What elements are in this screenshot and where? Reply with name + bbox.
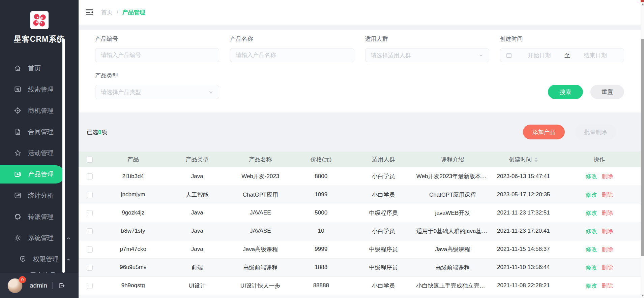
column-header: 产品类型	[165, 152, 229, 167]
delete-link[interactable]: 删除	[602, 173, 613, 179]
cell-price: 88888	[292, 295, 351, 298]
sidebar-item-label: 活动管理	[28, 149, 54, 158]
delete-link[interactable]: 删除	[602, 192, 613, 198]
row-checkbox[interactable]	[87, 192, 93, 198]
reset-button[interactable]: 重置	[590, 85, 624, 99]
contract-icon	[13, 128, 22, 136]
cell-price: 1888	[292, 258, 351, 276]
product-name-input[interactable]	[236, 52, 348, 59]
edit-link[interactable]: 修改	[585, 228, 597, 234]
column-header: 课程介绍	[416, 152, 489, 167]
delete-link[interactable]: 删除	[602, 210, 613, 216]
cell-product-name: ChatGPT应用	[229, 186, 292, 204]
cell-intro: 高级前端课程	[416, 258, 489, 276]
cell-actions: 修改删除	[558, 258, 641, 276]
cell-actions: 修改删除	[558, 295, 641, 298]
sort-icon[interactable]	[534, 157, 538, 162]
column-header: 价格(元)	[292, 152, 351, 167]
scroll-up-arrow[interactable]	[641, 3, 644, 5]
sidebar-fold-icon[interactable]	[84, 7, 94, 18]
cell-product-id: p7m47cko	[101, 240, 165, 258]
cell-audience: 中级程序员	[351, 295, 416, 298]
sidebar-item-label: 产品管理	[28, 170, 54, 179]
edit-link[interactable]: 修改	[585, 210, 597, 216]
sidebar-item-home[interactable]: 首页	[0, 58, 79, 79]
sidebar-item-label: 系统管理	[28, 234, 54, 242]
column-header: 产品名称	[229, 152, 292, 167]
edit-link[interactable]: 修改	[585, 192, 597, 198]
sidebar-item-label: 转派管理	[28, 212, 54, 221]
avatar: 0	[7, 278, 23, 293]
row-checkbox[interactable]	[87, 173, 93, 179]
cell-created-time: 2021-11-23 17:20:41	[489, 222, 558, 240]
cell-product-type: Java	[165, 240, 229, 258]
row-checkbox-cell	[79, 258, 101, 276]
delete-link[interactable]: 删除	[602, 283, 613, 289]
cell-product-name: JAVASE	[229, 222, 292, 240]
product-type-select[interactable]: 请选择产品类型	[95, 85, 219, 99]
audience-select[interactable]: 请选择适用人群	[365, 48, 489, 62]
add-product-button[interactable]: 添加产品	[523, 125, 565, 139]
edit-link[interactable]: 修改	[585, 264, 597, 271]
sidebar-item-activities[interactable]: 活动管理	[0, 142, 79, 164]
filter-label: 适用人群	[365, 35, 489, 43]
page-scrollbar[interactable]	[641, 0, 644, 298]
chevron-up-icon[interactable]	[66, 235, 71, 241]
delete-link[interactable]: 删除	[602, 228, 613, 234]
sidebar-item-statistics[interactable]: 统计分析	[0, 185, 79, 206]
row-checkbox[interactable]	[87, 283, 93, 289]
cell-created-time: 2021-11-23 17:32:51	[489, 204, 558, 222]
sidebar-menu: 首页线索管理商机管理合同管理活动管理产品管理统计分析转派管理系统管理权限管理用户…	[0, 58, 79, 291]
created-range-datepicker[interactable]: 开始日期至结束日期	[500, 48, 624, 62]
sidebar-item-products[interactable]: 产品管理	[0, 165, 65, 184]
row-checkbox[interactable]	[87, 265, 93, 271]
sidebar-item-transfer[interactable]: 转派管理	[0, 206, 79, 227]
delete-link[interactable]: 删除	[602, 264, 613, 271]
username: admin	[30, 282, 47, 289]
sidebar-item-label: 首页	[28, 64, 41, 73]
product-id-input[interactable]	[101, 52, 213, 59]
cell-product-id: b8w71sfy	[101, 222, 165, 240]
clue-icon	[13, 86, 22, 94]
select-all-checkbox[interactable]	[87, 157, 93, 163]
edit-link[interactable]: 修改	[585, 246, 597, 253]
breadcrumb-home[interactable]: 首页	[101, 8, 113, 16]
permission-icon	[19, 255, 27, 263]
sidebar-item-system[interactable]: 系统管理	[0, 227, 79, 249]
delete-link[interactable]: 删除	[602, 246, 613, 253]
column-header[interactable]: 创建时间	[489, 152, 558, 167]
top-bar: 首页 / 产品管理	[79, 0, 641, 25]
date-end-placeholder: 结束日期	[572, 52, 618, 59]
cell-product-type: Java	[165, 204, 229, 222]
cell-intro: ChatGPT应用课程	[416, 186, 489, 204]
filter-field-product-name: 产品名称	[230, 35, 354, 62]
cell-intro: 高级测试课程	[416, 295, 489, 298]
sidebar-item-contracts[interactable]: 合同管理	[0, 121, 79, 142]
cell-actions: 修改删除	[558, 240, 641, 258]
sidebar-item-opportunities[interactable]: 商机管理	[0, 100, 79, 121]
scroll-down-arrow[interactable]	[641, 295, 644, 297]
bulk-delete-button[interactable]: 批量删除	[575, 125, 616, 139]
filter-panel: 产品编号产品名称适用人群请选择适用人群创建时间开始日期至结束日期产品类型请选择产…	[79, 30, 641, 112]
cell-intro: Web开发2023年最新版本淘...	[416, 167, 489, 186]
edit-link[interactable]: 修改	[585, 173, 597, 179]
logout-icon[interactable]	[58, 282, 66, 290]
sidebar-item-label: 线索管理	[28, 85, 54, 94]
scrollbar-thumb[interactable]	[641, 39, 644, 256]
sidebar-scrollbar[interactable]	[62, 39, 65, 273]
row-checkbox[interactable]	[87, 246, 93, 253]
sidebar-item-clues[interactable]: 线索管理	[0, 79, 79, 100]
chevron-up-icon[interactable]	[66, 257, 71, 262]
filter-label: 产品名称	[230, 35, 354, 43]
sidebar-item-permissions[interactable]: 权限管理	[0, 249, 79, 270]
edit-link[interactable]: 修改	[585, 283, 597, 289]
table-row: 9gozk4jzJavaJAVAEE5000中级程序员javaWEB开发2021…	[79, 204, 641, 222]
row-checkbox[interactable]	[87, 210, 93, 216]
row-checkbox[interactable]	[87, 228, 93, 234]
cell-actions: 修改删除	[558, 167, 641, 186]
filter-actions: 搜索 重置	[548, 85, 624, 99]
search-button[interactable]: 搜索	[548, 85, 583, 99]
table-header-row: 产品产品类型产品名称价格(元)适用人群课程介绍创建时间操作	[79, 152, 641, 167]
date-range-separator: 至	[564, 52, 570, 59]
cell-price: 5000	[292, 204, 351, 222]
